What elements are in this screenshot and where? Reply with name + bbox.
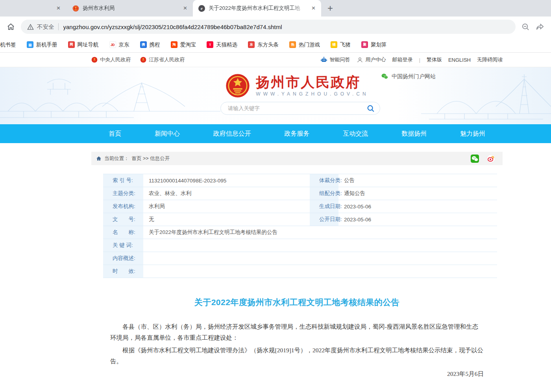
article-paragraph: 根据《扬州市水利工程文明工地建设管理办法》（扬水规[2019]1号），2022年… bbox=[110, 345, 484, 367]
smart-qa-link[interactable]: 智能问答 bbox=[320, 56, 350, 63]
tab-close-icon[interactable]: × bbox=[55, 5, 62, 12]
table-row: 文 号: 无 公开日期: 2023-05-06 bbox=[103, 213, 497, 226]
nav-news[interactable]: 新闻中心 bbox=[155, 130, 180, 138]
cell-label: 名 称: bbox=[103, 226, 144, 239]
article-title: 关于2022年度扬州市水利工程文明工地考核结果的公告 bbox=[91, 297, 503, 308]
portal-badge[interactable]: 中国扬州门户网站 bbox=[381, 73, 436, 80]
tab-water-bureau[interactable]: 扬州市水利局 × bbox=[67, 0, 193, 17]
link-central-government[interactable]: 中央人民政府 bbox=[91, 56, 131, 63]
tab-title: 关于2022年度扬州市水利工程文明工地 bbox=[209, 5, 306, 12]
article-body: 各县（市、区）水利（务）局，扬州经济开发区城乡事务管理局，生态科技新城规划建设局… bbox=[91, 321, 503, 392]
link-label: 江苏省人民政府 bbox=[149, 56, 185, 63]
bookmark-favicon: 热 bbox=[289, 41, 296, 48]
address-bar[interactable]: 不安全 yangzhou.gov.cn/yzszxxgk/slj/202305/… bbox=[21, 20, 516, 34]
wechat-icon bbox=[381, 73, 388, 80]
table-row: 主题分类: 农业、林业、水利 组配分类: 通知公告 bbox=[103, 187, 497, 200]
cell-label: 索 引 号: bbox=[103, 174, 144, 187]
new-tab-button[interactable]: + bbox=[327, 3, 333, 14]
bookmark-label: 携程 bbox=[150, 41, 160, 48]
traditional-version-link[interactable]: 繁体版 bbox=[427, 56, 442, 63]
link-label: 中央人民政府 bbox=[100, 56, 131, 63]
nav-services[interactable]: 政务服务 bbox=[284, 130, 309, 138]
english-version-link[interactable]: ENGLISH bbox=[448, 57, 471, 63]
security-label: 不安全 bbox=[37, 23, 54, 31]
nav-info-disclosure[interactable]: 政府信息公开 bbox=[213, 130, 251, 138]
cell-value bbox=[144, 252, 497, 265]
user-center-link[interactable]: 用户中心 bbox=[357, 56, 386, 63]
nav-data[interactable]: 数据扬州 bbox=[401, 130, 427, 138]
bookmark-favicon: ▤ bbox=[27, 41, 33, 48]
tab-close-icon[interactable]: × bbox=[310, 5, 317, 12]
table-row: 内容概述: bbox=[103, 252, 497, 265]
bookmark-nav-site[interactable]: 网 网址导航 bbox=[68, 41, 99, 48]
site-url-text: WWW.YANGZHOU.GOV.CN bbox=[256, 91, 368, 97]
nav-interaction[interactable]: 互动交流 bbox=[343, 130, 368, 138]
bookmark-manual[interactable]: ▤ 新机手册 bbox=[27, 41, 57, 48]
site-favicon: e bbox=[198, 5, 205, 12]
tab-announcement-active[interactable]: e 关于2022年度扬州市水利工程文明工地 × bbox=[193, 0, 321, 17]
wechat-share-icon[interactable] bbox=[470, 154, 479, 163]
accessibility-link[interactable]: 无障碍阅读 bbox=[477, 56, 503, 63]
cell-value: 11321000014407098E-2023-095 bbox=[144, 174, 309, 187]
site-banner: 扬州市人民政府 WWW.YANGZHOU.GOV.CN 中国扬州门户网站 bbox=[0, 67, 551, 124]
search-input[interactable] bbox=[227, 105, 366, 112]
share-icon[interactable] bbox=[536, 22, 545, 31]
robot-icon bbox=[320, 56, 327, 63]
bookmark-aitaobao[interactable]: 淘 爱淘宝 bbox=[171, 41, 196, 48]
article-date: 2023年5月6日 bbox=[110, 368, 484, 379]
cell-value: 水利局 bbox=[144, 200, 309, 213]
zoom-out-icon[interactable] bbox=[521, 22, 530, 31]
not-secure-icon bbox=[27, 24, 34, 30]
cell-label: 发布机构: bbox=[103, 200, 144, 213]
bookmark-label: 京东 bbox=[119, 41, 129, 48]
cell-label: 时 效: bbox=[103, 265, 144, 278]
search-icon[interactable] bbox=[366, 104, 375, 113]
weibo-share-icon[interactable] bbox=[486, 154, 496, 163]
bookmark-favicon: 聚 bbox=[361, 41, 368, 48]
bookmark-label: 机书签 bbox=[0, 41, 16, 48]
table-row: 名 称: 关于2022年度扬州市水利工程文明工地考核结果的公告 bbox=[103, 226, 497, 239]
bookmark-ctrip[interactable]: 携 携程 bbox=[140, 41, 160, 48]
gov-emblem-icon bbox=[140, 57, 146, 63]
site-logo[interactable]: 扬州市人民政府 WWW.YANGZHOU.GOV.CN bbox=[22, 74, 551, 98]
breadcrumb-path[interactable]: 首页 >> 信息公开 bbox=[132, 155, 170, 162]
cell-value: 公告 bbox=[339, 174, 497, 187]
bookmark-juhuasuan[interactable]: 聚 聚划算 bbox=[361, 41, 387, 48]
gov-emblem-favicon bbox=[72, 5, 79, 12]
link-label: 智能问答 bbox=[330, 56, 350, 63]
bookmark-tmall[interactable]: T 天猫精选 bbox=[207, 41, 237, 48]
bookmarks-bar: 机书签 ▤ 新机手册 网 网址导航 JD 京东 携 携程 淘 爱淘宝 T 天猫精… bbox=[0, 37, 551, 53]
gov-emblem-icon bbox=[91, 57, 98, 63]
bookmark-favicon: 猪 bbox=[331, 41, 337, 48]
bookmark-label: 飞猪 bbox=[340, 41, 351, 48]
tab-partial[interactable]: × bbox=[0, 0, 67, 17]
table-row: 时 效: bbox=[103, 265, 497, 278]
bookmark-favicon: 淘 bbox=[171, 41, 178, 48]
cell-label: 关 键 词: bbox=[103, 239, 144, 252]
cell-label: 生成日期: bbox=[309, 200, 339, 213]
bookmark-label: 热门游戏 bbox=[299, 41, 320, 48]
cell-value: 通知公告 bbox=[339, 187, 497, 200]
url-text[interactable]: yangzhou.gov.cn/yzszxxgk/slj/202305/210c… bbox=[63, 24, 282, 30]
bookmark-jd[interactable]: JD 京东 bbox=[109, 41, 129, 48]
bookmark-favicon: T bbox=[207, 41, 213, 48]
home-icon[interactable] bbox=[6, 22, 15, 31]
nav-charm[interactable]: 魅力扬州 bbox=[460, 130, 485, 138]
bookmark-games[interactable]: 热 热门游戏 bbox=[289, 41, 320, 48]
browser-tab-strip: × 扬州市水利局 × e 关于2022年度扬州市水利工程文明工地 × + bbox=[0, 0, 551, 17]
tab-close-icon[interactable]: × bbox=[181, 5, 189, 12]
cell-value bbox=[144, 265, 497, 278]
link-jiangsu-government[interactable]: 江苏省人民政府 bbox=[140, 56, 185, 63]
nav-home[interactable]: 首页 bbox=[109, 130, 121, 138]
bookmark-dongfang[interactable]: 东 东方头条 bbox=[248, 41, 279, 48]
user-icon bbox=[357, 57, 363, 63]
table-row: 发布机构: 水利局 生成日期: 2023-05-06 bbox=[103, 200, 497, 213]
cell-value bbox=[144, 239, 497, 252]
cell-label: 内容概述: bbox=[103, 252, 144, 265]
bookmark-favicon: 携 bbox=[140, 41, 147, 48]
bookmark-favicon: JD bbox=[109, 41, 116, 48]
mail-login-link[interactable]: 邮箱登录 bbox=[392, 56, 413, 63]
bookmark-fliggy[interactable]: 猪 飞猪 bbox=[331, 41, 351, 48]
site-search[interactable] bbox=[220, 102, 380, 115]
bookmark-mobile-bookmarks[interactable]: 机书签 bbox=[0, 41, 16, 48]
